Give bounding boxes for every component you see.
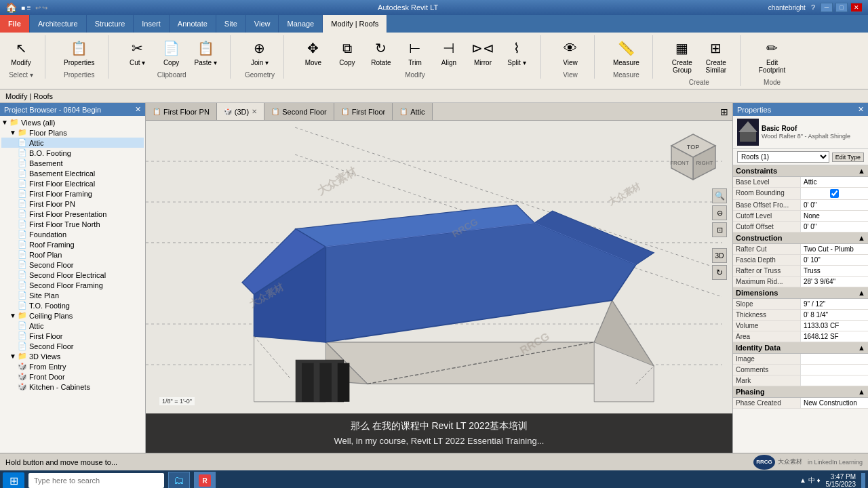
room-bounding-checkbox[interactable] (804, 189, 865, 198)
3d-navigation-button[interactable]: 3D (712, 248, 727, 263)
zoom-fit-button[interactable]: ⊡ (712, 222, 727, 237)
identity-section-header[interactable]: Identity Data ▲ (733, 342, 868, 354)
cut-button[interactable]: ✂ Cut ▾ (122, 35, 153, 68)
edit-footprint-button[interactable]: ✏ EditFootprint (754, 35, 790, 76)
copy-tool-button[interactable]: ⧉ Copy (332, 35, 363, 68)
tab-3d[interactable]: 🎲 (3D) ✕ (217, 103, 264, 120)
split-button[interactable]: ⌇ Split ▾ (501, 35, 532, 68)
phasing-section-header[interactable]: Phasing ▲ (733, 386, 868, 398)
tree-ceiling-plans[interactable]: ▼ 📁 Ceiling Plans (1, 310, 144, 321)
measure-icon: 📏 (615, 37, 637, 59)
trim-button[interactable]: ⊢ Trim (399, 35, 431, 68)
constraints-section-header[interactable]: Constraints ▲ (733, 165, 868, 177)
zoom-in-button[interactable]: 🔍 (712, 188, 727, 203)
align-button[interactable]: ⊣ Align (433, 35, 465, 68)
view-content[interactable]: TOP RIGHT FRONT 🔍 ⊖ ⊡ 3D ↻ 大众素材 RRCG 大众素… (146, 121, 732, 453)
element-type-dropdown[interactable]: Roofs (1) (737, 151, 829, 163)
tree-3d-from-entry[interactable]: 🎲 From Entry (1, 361, 144, 371)
ribbon: File Architecture Structure Insert Annot… (0, 15, 868, 89)
tree-item-second-floor-framing[interactable]: 📄 Second Floor Framing (1, 280, 144, 290)
tree-item-basement-electrical[interactable]: 📄 Basement Electrical (1, 168, 144, 178)
tree-3d-views[interactable]: ▼ 📁 3D Views (1, 351, 144, 361)
tree-item-first-floor-true-north[interactable]: 📄 First Floor True North (1, 219, 144, 229)
create-similar-button[interactable]: ⊞ CreateSimilar (701, 35, 732, 76)
tab-first-floor-pn[interactable]: 📋 First Floor PN (146, 103, 217, 120)
dimensions-section-header[interactable]: Dimensions ▲ (733, 287, 868, 299)
mirror-icon: ⊳⊲ (472, 37, 494, 59)
taskbar-revit[interactable]: R (194, 472, 216, 488)
tree-3d-kitchen-cabinets[interactable]: 🎲 Kitchen - Cabinets (1, 382, 144, 392)
tab-view[interactable]: View (246, 15, 279, 33)
ceiling-plans-label: Ceiling Plans (29, 312, 73, 320)
tab-attic[interactable]: 📋 Attic (393, 103, 432, 120)
paste-button[interactable]: 📋 Paste ▾ (190, 35, 222, 68)
tab-site[interactable]: Site (216, 15, 246, 33)
tree-3d-front-door[interactable]: 🎲 Front Door (1, 371, 144, 382)
rotate-button[interactable]: ↻ Rotate (366, 35, 397, 68)
edit-type-button[interactable]: Edit Type (832, 152, 864, 162)
tree-item-second-floor-electrical[interactable]: 📄 Second Floor Electrical (1, 270, 144, 280)
construction-section-header[interactable]: Construction ▲ (733, 232, 868, 244)
paste-icon: 📋 (195, 37, 216, 59)
copy-button[interactable]: 📄 Copy (156, 35, 187, 68)
orbit-button[interactable]: ↻ (712, 265, 727, 280)
tree-item-roof-framing[interactable]: 📄 Roof Framing (1, 239, 144, 249)
help-icon[interactable]: ? (811, 3, 815, 12)
tab-modify-roofs[interactable]: Modify | Roofs (323, 15, 387, 33)
tree-item-first-floor-pn[interactable]: 📄 First Floor PN (1, 199, 144, 209)
tree-floor-plans[interactable]: ▼ 📁 Floor Plans (1, 127, 144, 138)
tree-item-first-floor-framing[interactable]: 📄 First Floor Framing (1, 188, 144, 199)
start-button[interactable]: ⊞ (3, 472, 24, 488)
properties-button[interactable]: 📋 Properties (59, 35, 100, 68)
tab-structure[interactable]: Structure (87, 15, 134, 33)
tab-first-floor[interactable]: 📋 First Floor (334, 103, 393, 120)
close-button[interactable]: ✕ (850, 3, 863, 12)
navigation-cube[interactable]: TOP RIGHT FRONT (668, 131, 719, 182)
tab-insert[interactable]: Insert (134, 15, 170, 33)
tree-item-bo-footing[interactable]: 📄 B.O. Footing (1, 148, 144, 158)
view-tool-button[interactable]: 👁 View (555, 35, 586, 68)
modify-group-label: Modify (405, 68, 425, 79)
properties-icon: 📋 (68, 37, 90, 59)
tree-item-foundation[interactable]: 📄 Foundation (1, 229, 144, 239)
pb-close-icon[interactable]: ✕ (135, 105, 141, 114)
tree-ceiling-attic[interactable]: 📄 Attic (1, 321, 144, 331)
tree-item-to-footing[interactable]: 📄 T.O. Footing (1, 300, 144, 310)
tab-second-floor[interactable]: 📋 Second Floor (264, 103, 334, 120)
tree-item-attic[interactable]: 📄 Attic (1, 138, 144, 148)
tree-item-second-floor[interactable]: 📄 Second Floor (1, 260, 144, 270)
tree-item-roof-plan[interactable]: 📄 Roof Plan (1, 249, 144, 260)
mirror-button[interactable]: ⊳⊲ Mirror (467, 35, 498, 68)
svg-rect-22 (338, 363, 350, 402)
tree-item-basement[interactable]: 📄 Basement (1, 158, 144, 168)
zoom-out-button[interactable]: ⊖ (712, 205, 727, 220)
minimize-button[interactable]: ─ (821, 3, 833, 12)
tree-ceiling-first-floor[interactable]: 📄 First Floor (1, 331, 144, 341)
move-button[interactable]: ✥ Move (298, 35, 329, 68)
ribbon-group-view: 👁 View View (555, 35, 595, 79)
tab-3d-close[interactable]: ✕ (252, 108, 257, 115)
tree-ceiling-second-floor[interactable]: 📄 Second Floor (1, 341, 144, 351)
tab-annotate[interactable]: Annotate (170, 15, 216, 33)
tab-manage[interactable]: Manage (279, 15, 323, 33)
pb-content[interactable]: ▼ 📁 Views (all) ▼ 📁 Floor Plans 📄 Attic … (0, 116, 145, 453)
prop-close-icon[interactable]: ✕ (858, 105, 864, 114)
tree-views-all[interactable]: ▼ 📁 Views (all) (1, 117, 144, 127)
taskbar-explorer[interactable]: 🗂 (168, 472, 190, 488)
tab-file[interactable]: File (0, 15, 30, 33)
modify-button[interactable]: ↖ Modify (5, 35, 37, 68)
prop-type-selector[interactable]: Roofs (1) Edit Type (733, 149, 868, 165)
create-group-button[interactable]: ▦ CreateGroup (667, 35, 698, 76)
tree-item-first-floor-electrical[interactable]: 📄 First Floor Electrical (1, 178, 144, 188)
viewport-expand-icon[interactable]: ⊞ (720, 106, 728, 117)
join-button[interactable]: ⊕ Join ▾ (244, 35, 275, 68)
create-group-icon: ▦ (671, 37, 693, 59)
measure-button[interactable]: 📏 Measure (608, 35, 644, 68)
tree-item-first-floor-presentation[interactable]: 📄 First Floor Presentation (1, 209, 144, 219)
tab-architecture[interactable]: Architecture (30, 15, 87, 33)
taskbar-search[interactable] (28, 473, 164, 488)
show-desktop[interactable] (861, 473, 865, 488)
prop-type-info: Basic Roof Wood Rafter 8" - Asphalt Shin… (762, 124, 850, 141)
maximize-button[interactable]: □ (835, 3, 848, 12)
tree-item-site-plan[interactable]: 📄 Site Plan (1, 290, 144, 300)
